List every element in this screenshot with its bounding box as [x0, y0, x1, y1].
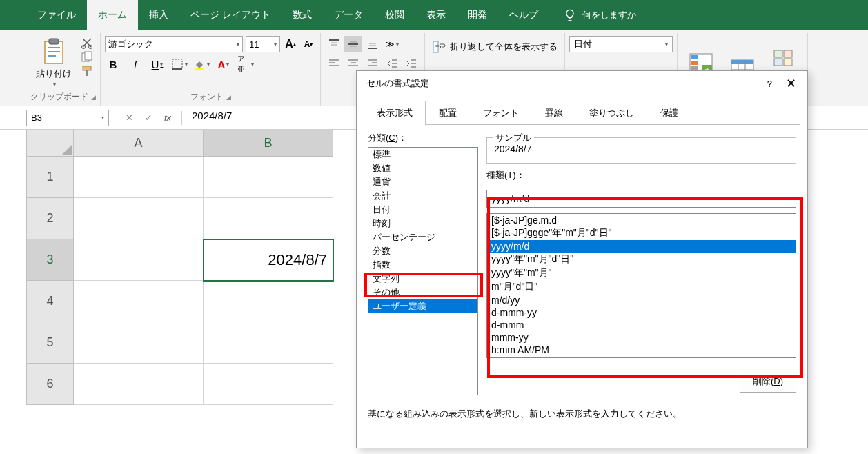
- format-painter-icon[interactable]: [80, 65, 95, 77]
- fill-color-button[interactable]: ▾: [193, 57, 210, 72]
- cell-b5[interactable]: [204, 322, 333, 364]
- copy-icon[interactable]: [80, 51, 95, 63]
- tab-formulas[interactable]: 数式: [282, 0, 323, 30]
- orientation-button[interactable]: ≫▾: [383, 36, 401, 52]
- align-bottom-button[interactable]: [364, 36, 382, 52]
- select-all-corner[interactable]: [27, 130, 74, 157]
- type-item[interactable]: h:mm AM/PM: [487, 344, 796, 356]
- tab-pagelayout[interactable]: ページ レイアウト: [179, 0, 282, 30]
- cell-a2[interactable]: [74, 198, 204, 239]
- tellme-search[interactable]: 何をしますか: [563, 8, 636, 22]
- category-item-custom[interactable]: ユーザー定義: [368, 299, 477, 313]
- dialog-tab-font[interactable]: フォント: [470, 101, 532, 125]
- bold-button[interactable]: B: [105, 57, 121, 72]
- row-header-2[interactable]: 2: [27, 198, 74, 239]
- tab-file[interactable]: ファイル: [26, 0, 87, 30]
- align-right-button[interactable]: [364, 55, 382, 72]
- row-header-6[interactable]: 6: [27, 364, 74, 405]
- type-item[interactable]: d-mmm: [487, 319, 796, 331]
- row-header-3[interactable]: 3: [27, 239, 74, 281]
- type-item[interactable]: m"月"d"日": [487, 280, 796, 294]
- row-header-5[interactable]: 5: [27, 322, 74, 364]
- type-item[interactable]: m/d/yy: [487, 294, 796, 306]
- dialog-launcher-icon[interactable]: ◢: [226, 94, 231, 101]
- align-top-button[interactable]: [325, 36, 343, 52]
- align-left-button[interactable]: [325, 55, 343, 72]
- number-format-select[interactable]: 日付▾: [569, 36, 673, 52]
- category-item[interactable]: 標準: [368, 148, 477, 161]
- tab-review[interactable]: 校閲: [374, 0, 415, 30]
- underline-button[interactable]: U▾: [149, 57, 166, 72]
- cell-b3[interactable]: 2024/8/7: [204, 239, 333, 281]
- confirm-button[interactable]: ✓: [140, 110, 157, 126]
- row-header-4[interactable]: 4: [27, 281, 74, 322]
- dialog-tab-align[interactable]: 配置: [426, 101, 470, 125]
- cell-b6[interactable]: [204, 364, 333, 405]
- cell-a1[interactable]: [74, 157, 204, 198]
- tab-developer[interactable]: 開発: [457, 0, 498, 30]
- dialog-help-button[interactable]: ?: [767, 79, 772, 89]
- cancel-button[interactable]: ✕: [121, 110, 137, 126]
- increase-font-button[interactable]: A▴: [283, 37, 298, 52]
- type-input[interactable]: [486, 190, 796, 208]
- dialog-tab-number[interactable]: 表示形式: [364, 101, 426, 125]
- tab-home[interactable]: ホーム: [87, 0, 138, 30]
- decrease-font-button[interactable]: A▾: [301, 37, 316, 52]
- category-item[interactable]: 会計: [368, 189, 477, 203]
- type-list[interactable]: [$-ja-JP]ge.m.d [$-ja-JP]ggge"年"m"月"d"日"…: [486, 213, 796, 358]
- type-item[interactable]: h:mm:ss AM/PM: [487, 356, 796, 358]
- category-item[interactable]: 日付: [368, 203, 477, 217]
- dialog-tab-fill[interactable]: 塗りつぶし: [576, 101, 647, 125]
- cut-icon[interactable]: [80, 37, 95, 50]
- tab-insert[interactable]: 挿入: [138, 0, 179, 30]
- tab-view[interactable]: 表示: [415, 0, 457, 30]
- type-item[interactable]: [$-ja-JP]ggge"年"m"月"d"日": [487, 226, 796, 240]
- cell-a6[interactable]: [74, 364, 204, 405]
- type-item[interactable]: mmm-yy: [487, 331, 796, 344]
- phonetic-button[interactable]: ア亜▾: [237, 57, 254, 72]
- font-color-button[interactable]: A▾: [215, 57, 232, 72]
- decrease-indent-button[interactable]: [383, 55, 401, 72]
- font-name-select[interactable]: 游ゴシック▾: [105, 36, 243, 52]
- type-item[interactable]: yyyy"年"m"月": [487, 266, 796, 280]
- category-item[interactable]: 時刻: [368, 217, 477, 230]
- italic-button[interactable]: I: [127, 57, 144, 72]
- category-item[interactable]: 文字列: [368, 272, 477, 286]
- type-item[interactable]: yyyy"年"m"月"d"日": [487, 253, 796, 266]
- formula-input[interactable]: 2024/8/7: [188, 110, 326, 126]
- increase-indent-button[interactable]: [402, 55, 420, 72]
- align-center-button[interactable]: [344, 55, 362, 72]
- cell-b1[interactable]: [204, 157, 333, 198]
- cell-a5[interactable]: [74, 322, 204, 364]
- dialog-close-button[interactable]: ✕: [780, 73, 802, 94]
- dialog-tab-border[interactable]: 罫線: [532, 101, 576, 125]
- wrap-text-button[interactable]: ab 折り返して全体を表示する: [429, 37, 560, 57]
- tab-data[interactable]: データ: [323, 0, 374, 30]
- category-item[interactable]: 数値: [368, 161, 477, 175]
- category-item[interactable]: 指数: [368, 258, 477, 272]
- type-item[interactable]: d-mmm-yy: [487, 306, 796, 319]
- cell-a3[interactable]: [74, 239, 204, 281]
- tab-help[interactable]: ヘルプ: [498, 0, 549, 30]
- category-list[interactable]: 標準 数値 通貨 会計 日付 時刻 パーセンテージ 分数 指数 文字列 その他 …: [368, 147, 478, 395]
- font-size-select[interactable]: 11▾: [246, 36, 280, 52]
- col-header-a[interactable]: A: [74, 130, 204, 157]
- fx-button[interactable]: fx: [159, 110, 176, 126]
- dialog-tab-protect[interactable]: 保護: [647, 101, 691, 125]
- cell-b2[interactable]: [204, 198, 333, 239]
- type-item[interactable]: [$-ja-JP]ge.m.d: [487, 214, 796, 226]
- type-item[interactable]: yyyy/m/d: [487, 240, 796, 253]
- category-item[interactable]: その他: [368, 286, 477, 299]
- paste-button[interactable]: 貼り付け ▾: [30, 36, 77, 89]
- cell-a4[interactable]: [74, 281, 204, 322]
- category-item[interactable]: 分数: [368, 244, 477, 258]
- category-item[interactable]: パーセンテージ: [368, 230, 477, 244]
- name-box[interactable]: B3▾: [26, 110, 109, 126]
- col-header-b[interactable]: B: [204, 130, 333, 157]
- category-item[interactable]: 通貨: [368, 175, 477, 189]
- row-header-1[interactable]: 1: [27, 157, 74, 198]
- dialog-launcher-icon[interactable]: ◢: [91, 94, 96, 101]
- align-middle-button[interactable]: [344, 36, 362, 52]
- border-button[interactable]: ▾: [171, 57, 188, 72]
- delete-button[interactable]: 削除(D): [740, 371, 796, 393]
